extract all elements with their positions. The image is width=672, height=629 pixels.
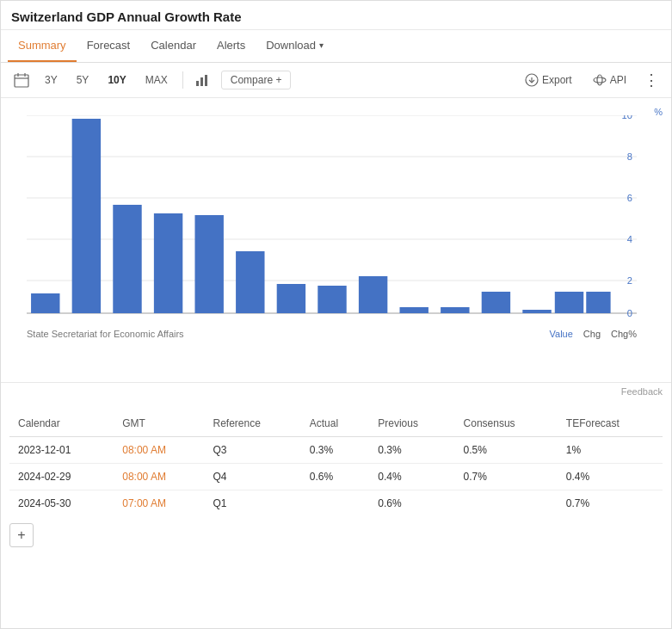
value-link-value[interactable]: Value (550, 329, 573, 339)
chart-svg: 10 8 6 4 2 0 (27, 115, 637, 322)
cell-consensus-1: 0.5% (455, 437, 558, 464)
svg-text:6: 6 (627, 193, 632, 203)
compare-button[interactable]: Compare + (221, 71, 292, 89)
table-section: Calendar GMT Reference Actual Previous C… (1, 402, 671, 563)
svg-text:8: 8 (627, 151, 632, 162)
chart-footer: State Secretariat for Economic Affairs V… (27, 329, 637, 339)
time-range-max[interactable]: MAX (138, 70, 176, 90)
cell-previous-3: 0.6% (369, 490, 454, 517)
api-button[interactable]: API (586, 70, 633, 90)
svg-point-10 (594, 77, 606, 83)
page-wrapper: Switzerland GDP Annual Growth Rate Summa… (0, 0, 672, 629)
source-label: State Secretariat for Economic Affairs (27, 329, 184, 339)
svg-rect-27 (194, 215, 223, 313)
tab-forecast[interactable]: Forecast (77, 30, 141, 62)
svg-rect-26 (154, 213, 182, 313)
svg-rect-32 (400, 307, 428, 313)
table-row: 2023-12-01 08:00 AM Q3 0.3% 0.3% 0.5% 1% (9, 437, 663, 464)
svg-text:0: 0 (627, 308, 632, 318)
th-calendar: Calendar (9, 410, 114, 437)
tab-alerts[interactable]: Alerts (207, 30, 256, 62)
svg-rect-37 (586, 292, 610, 313)
tabs-bar: Summary Forecast Calendar Alerts Downloa… (1, 30, 671, 63)
cell-reference-1: Q3 (205, 437, 301, 464)
svg-rect-30 (318, 286, 346, 313)
bar-chart: 10 8 6 4 2 0 (27, 115, 637, 322)
svg-rect-24 (72, 119, 101, 313)
th-actual: Actual (301, 410, 369, 437)
svg-rect-25 (113, 205, 141, 313)
cell-gmt-1: 08:00 AM (114, 437, 204, 464)
svg-rect-34 (482, 292, 510, 313)
cell-actual-1: 0.3% (301, 437, 369, 464)
bar-chart-icon[interactable] (190, 68, 214, 92)
export-button[interactable]: Export (518, 70, 579, 90)
page-title: Switzerland GDP Annual Growth Rate (1, 1, 671, 30)
cell-teforecast-2: 0.4% (558, 464, 663, 490)
cell-teforecast-3: 0.7% (558, 490, 663, 517)
svg-rect-5 (200, 77, 203, 86)
table-row: 2024-02-29 08:00 AM Q4 0.6% 0.4% 0.7% 0.… (9, 464, 663, 490)
data-table: Calendar GMT Reference Actual Previous C… (9, 410, 663, 516)
cell-previous-2: 0.4% (369, 464, 454, 490)
th-gmt: GMT (114, 410, 204, 437)
svg-rect-31 (359, 276, 387, 313)
time-range-5y[interactable]: 5Y (69, 70, 97, 90)
svg-rect-6 (205, 75, 207, 86)
cell-actual-3 (301, 490, 369, 517)
th-consensus: Consensus (455, 410, 558, 437)
cell-gmt-2: 08:00 AM (114, 464, 204, 490)
svg-rect-33 (441, 307, 469, 313)
cell-consensus-3 (455, 490, 558, 517)
svg-rect-29 (277, 284, 305, 313)
svg-text:4: 4 (627, 234, 632, 244)
cell-calendar-2: 2024-02-29 (9, 464, 114, 490)
svg-text:Q3: Q3 (189, 321, 201, 322)
svg-rect-4 (196, 81, 199, 86)
cell-reference-3: Q1 (205, 490, 301, 517)
svg-rect-28 (236, 251, 264, 313)
svg-text:Q3: Q3 (373, 321, 385, 322)
more-options-button[interactable]: ⋮ (640, 71, 663, 89)
chevron-down-icon: ▾ (319, 40, 324, 50)
cell-teforecast-1: 1% (558, 437, 663, 464)
toolbar: 3Y 5Y 10Y MAX Compare + Export (1, 63, 671, 98)
cell-consensus-2: 0.7% (455, 464, 558, 490)
cell-previous-1: 0.3% (369, 437, 454, 464)
cell-actual-2: 0.6% (301, 464, 369, 490)
tab-download[interactable]: Download ▾ (256, 30, 334, 62)
percent-label: % (654, 107, 663, 117)
cell-calendar-3: 2024-05-30 (9, 490, 114, 517)
toolbar-right: Export API ⋮ (518, 70, 663, 90)
calendar-icon[interactable] (9, 68, 34, 92)
svg-text:10: 10 (622, 115, 632, 120)
time-range-3y[interactable]: 3Y (37, 70, 65, 90)
cell-calendar-1: 2023-12-01 (9, 437, 114, 464)
value-link-chgpct[interactable]: Chg% (611, 329, 637, 339)
th-previous: Previous (369, 410, 454, 437)
tab-summary[interactable]: Summary (8, 30, 77, 62)
cell-reference-2: Q4 (205, 464, 301, 490)
feedback-row: Feedback (1, 383, 671, 402)
table-header-row: Calendar GMT Reference Actual Previous C… (9, 410, 663, 437)
divider-1 (182, 71, 183, 89)
tab-calendar[interactable]: Calendar (140, 30, 207, 62)
svg-rect-36 (555, 292, 583, 313)
svg-rect-35 (522, 310, 551, 313)
value-link-chg[interactable]: Chg (583, 329, 601, 339)
th-reference: Reference (205, 410, 301, 437)
svg-point-9 (597, 75, 602, 85)
svg-text:Q3: Q3 (578, 321, 590, 322)
svg-text:2: 2 (627, 275, 632, 286)
svg-text:2022: 2022 (285, 321, 305, 322)
time-range-10y[interactable]: 10Y (100, 70, 133, 90)
value-links: Value Chg Chg% (550, 329, 637, 339)
svg-rect-0 (15, 75, 28, 87)
add-row-button[interactable]: + (9, 523, 34, 547)
svg-rect-23 (31, 293, 59, 313)
table-row: 2024-05-30 07:00 AM Q1 0.6% 0.7% (9, 490, 663, 517)
cell-gmt-3: 07:00 AM (114, 490, 204, 517)
feedback-label[interactable]: Feedback (621, 386, 663, 397)
chart-area: % 10 8 6 4 2 0 (1, 98, 671, 383)
th-teforecast: TEForecast (558, 410, 663, 437)
